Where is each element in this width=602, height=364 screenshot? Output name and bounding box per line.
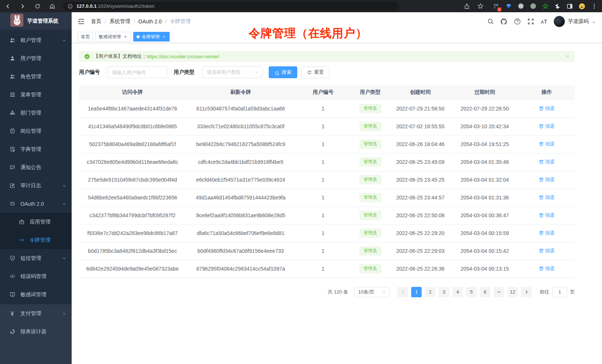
emoji-icon[interactable] <box>579 3 585 10</box>
page-number-list: 123456•••12 <box>408 287 518 297</box>
sidebar-item[interactable]: 用户管理 <box>0 49 72 67</box>
refresh-token-cell: cdfc4ce9c2da4bb1bdf21b9918ff4be5 <box>186 153 295 171</box>
sidebar-item[interactable]: 支付管理 <box>0 304 72 322</box>
search-button[interactable]: 搜索 <box>269 66 297 78</box>
sidebar-item[interactable]: 角色管理 <box>0 67 72 86</box>
record-circle-icon[interactable] <box>530 3 536 10</box>
page-number-button[interactable]: 2 <box>425 287 435 297</box>
breadcrumb-item: 令牌管理 <box>170 18 191 25</box>
user-type-badge: 管理员 <box>360 140 381 149</box>
green-star-icon[interactable] <box>542 3 549 10</box>
forward-icon[interactable] <box>19 3 26 10</box>
sidebar-item[interactable]: 令牌管理 <box>0 231 72 249</box>
force-logout-button[interactable]: 强退 <box>539 159 555 165</box>
breadcrumb-item[interactable]: 系统管理 <box>109 18 130 25</box>
report-icon <box>9 329 15 335</box>
side-panel-icon[interactable] <box>566 3 573 10</box>
force-logout-button[interactable]: 强退 <box>539 248 555 254</box>
force-logout-button[interactable]: 强退 <box>539 105 555 112</box>
sidebar-item[interactable]: 报表设计器 <box>0 322 72 341</box>
sidebar-item[interactable]: 租户管理 <box>0 31 72 49</box>
sidebar-item[interactable]: 字典管理 <box>0 140 72 158</box>
url-bar[interactable]: 127.0.0.1:1024/system/oauth2/token <box>63 2 399 11</box>
sidebar-item[interactable]: 应用管理 <box>0 213 72 231</box>
sidebar-item[interactable]: 审计日志 <box>0 176 72 195</box>
fullscreen-icon[interactable] <box>527 18 534 25</box>
back-icon[interactable] <box>4 3 11 10</box>
column-header: 用户编号 <box>295 85 351 100</box>
action-cell: 强退 <box>518 224 575 242</box>
sidebar-item[interactable]: OAuth 2.0 <box>0 195 72 213</box>
sidebar-item[interactable]: 敏感词管理 <box>0 285 72 304</box>
command-circle-icon[interactable] <box>517 3 524 10</box>
created-time-cell: 2022-07-02 18:55:55 <box>390 118 451 135</box>
share-icon[interactable] <box>464 3 470 10</box>
reload-icon[interactable] <box>34 3 41 10</box>
page-number-button[interactable]: 4 <box>452 287 463 297</box>
sidebar-item[interactable]: 菜单管理 <box>0 86 72 104</box>
kebab-menu-icon[interactable] <box>591 3 598 10</box>
prev-page-button[interactable] <box>397 287 408 297</box>
extensions-grid-icon[interactable]: 9 <box>493 3 500 10</box>
tag-label: 敏感词管理 <box>99 34 121 40</box>
help-icon[interactable] <box>514 18 521 25</box>
github-icon[interactable] <box>500 18 507 25</box>
force-logout-button[interactable]: 强退 <box>539 212 555 219</box>
sidebar-collapse-icon[interactable] <box>78 18 85 25</box>
tag-close-icon[interactable]: × <box>162 34 166 39</box>
force-logout-button[interactable]: 强退 <box>539 141 555 148</box>
next-page-button[interactable] <box>521 287 531 297</box>
tag-close-icon[interactable]: × <box>123 34 128 39</box>
force-logout-button[interactable]: 强退 <box>539 230 555 236</box>
alert-doc-link[interactable]: https://doc.iocoder.cn/user-center/ <box>147 54 219 59</box>
access-token-cell: c342377bf8b344799dcbf7bf095287f2 <box>79 206 186 224</box>
token-table: 访问令牌刷新令牌用户编号用户类型创建时间过期时间操作 1ea5e44f8bc14… <box>79 85 575 278</box>
force-logout-button[interactable]: 强退 <box>539 176 555 183</box>
sidebar-item[interactable]: 部门管理 <box>0 104 72 122</box>
force-logout-button[interactable]: 强退 <box>539 194 555 201</box>
user-type-select[interactable]: 请选择用户类型 <box>202 66 263 78</box>
user-type-badge: 管理员 <box>360 246 381 255</box>
user-type-badge: 管理员 <box>360 104 381 113</box>
sidebar-item[interactable]: 短信管理 <box>0 249 72 267</box>
chevron-down-icon <box>62 38 66 43</box>
reset-button[interactable]: 重置 <box>301 66 330 78</box>
page-number-button[interactable]: 5 <box>466 287 477 297</box>
bookmark-star-icon[interactable] <box>477 3 484 10</box>
page-number-button[interactable]: 1 <box>411 287 422 297</box>
sidebar-item-label: 审计日志 <box>20 182 62 189</box>
puzzle-icon <box>554 3 561 10</box>
user-type-cell: 管理员 <box>351 206 390 224</box>
logo[interactable]: 芋道管理系统 <box>0 12 72 30</box>
force-logout-button[interactable]: 强退 <box>539 265 555 272</box>
trash-icon <box>539 266 544 271</box>
fontsize-icon[interactable] <box>540 18 547 25</box>
tag-view-item[interactable]: 令牌管理× <box>133 32 170 42</box>
chevron-down-icon <box>382 290 386 294</box>
sidebar-item[interactable]: 岗位管理 <box>0 122 72 140</box>
search-icon[interactable] <box>487 18 494 25</box>
user-id-input[interactable] <box>107 66 167 78</box>
page-size-select[interactable]: 10条/页 <box>354 287 390 297</box>
info-icon[interactable] <box>68 4 73 9</box>
sidebar-item[interactable]: 错误码管理 <box>0 267 72 285</box>
puzzle-icon[interactable] <box>554 3 561 10</box>
breadcrumb-item[interactable]: 首页 <box>91 18 101 25</box>
tag-view-item[interactable]: 敏感词管理× <box>95 32 131 42</box>
force-logout-button[interactable]: 强退 <box>539 123 555 130</box>
sidebar-item[interactable]: 通知公告 <box>0 158 72 176</box>
page-number-button[interactable]: 12 <box>507 287 518 297</box>
force-logout-label: 强退 <box>545 141 555 148</box>
goto-page-input[interactable] <box>552 287 567 297</box>
gem-icon[interactable] <box>505 3 512 10</box>
page-size-value: 10条/页 <box>358 289 374 295</box>
page-ellipsis-button[interactable]: ••• <box>494 287 504 297</box>
page-number-button[interactable]: 6 <box>480 287 490 297</box>
user-menu[interactable]: 芋道源码 <box>554 16 596 27</box>
alert-close-icon[interactable] <box>565 54 570 59</box>
breadcrumb-item[interactable]: OAuth 2.0 <box>138 19 162 24</box>
tag-view-item[interactable]: 首页 <box>78 32 93 42</box>
page-number-button[interactable]: 3 <box>439 287 449 297</box>
home-icon[interactable] <box>49 3 56 10</box>
goto-label: 前往 <box>540 289 549 295</box>
